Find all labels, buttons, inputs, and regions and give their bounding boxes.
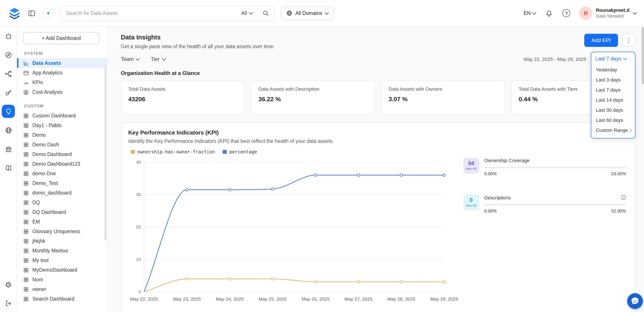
sidebar-scrollbar[interactable] — [104, 65, 106, 241]
sidebar-item-label: Day1 - Pablo — [32, 123, 62, 128]
rail-item-home[interactable] — [2, 29, 15, 43]
chat-support-fab[interactable] — [627, 293, 643, 309]
glance-card-value: 3.07 % — [389, 96, 498, 103]
ai-sparkle-icon[interactable] — [42, 7, 54, 19]
range-option-label: Last 60 days — [596, 115, 623, 125]
avatar[interactable]: R — [579, 7, 592, 20]
rail-item-insights[interactable] — [2, 105, 15, 118]
rail-item-access[interactable] — [2, 86, 15, 99]
sidebar-item-search-dashboard[interactable]: Search Dashboard — [17, 294, 107, 304]
legend-label: ownership-has-owner-fraction — [138, 149, 215, 154]
dashboard-grid-icon — [23, 132, 29, 138]
sidebar-item-demo-dash[interactable]: Demo Dash — [17, 140, 107, 149]
sidebar-item-monthly-meetuo[interactable]: Monthly Meetuo — [17, 246, 107, 255]
kpi-title: Key Performance Indicators (KPI) — [128, 129, 628, 136]
team-filter[interactable]: Team — [121, 56, 140, 62]
legend-item-ownership-has-owner-fraction[interactable]: ownership-has-owner-fraction — [131, 149, 215, 154]
kpi-subtitle: Identify the Key Performance Indicators … — [128, 138, 628, 144]
domains-select[interactable]: All Domains — [281, 6, 334, 20]
dashboard-grid-icon — [23, 122, 29, 128]
divider — [257, 10, 257, 17]
add-dashboard-button[interactable]: + Add Dashboard — [23, 32, 99, 44]
rail-item-glossary[interactable] — [2, 161, 15, 174]
range-option-last-14-days[interactable]: Last 14 days — [591, 95, 635, 105]
sidebar-item-my-test[interactable]: My test — [17, 255, 107, 265]
sidebar-item-nom[interactable]: Nom — [17, 275, 107, 284]
sidebar-item-em[interactable]: EM — [17, 217, 107, 227]
sidebar-item-demo-dashboard123[interactable]: Demo Dashboard123 — [17, 159, 107, 169]
glance-card-data-assets-with-description: Data Assets with Description36.22 % — [251, 81, 375, 115]
svg-text:May 29, 2025: May 29, 2025 — [430, 296, 458, 301]
sidebar-item-dq[interactable]: DQ — [17, 198, 107, 207]
rail-item-explore[interactable] — [2, 48, 15, 61]
glance-card-value: 43206 — [128, 96, 238, 103]
rail-item-governance[interactable] — [2, 142, 15, 155]
range-option-last-30-days[interactable]: Last 30 days — [591, 105, 635, 115]
svg-text:May 24, 2025: May 24, 2025 — [216, 296, 244, 301]
range-option-yesterday[interactable]: Yesterday — [591, 65, 635, 75]
rail-item-lineage[interactable] — [2, 67, 15, 80]
sidebar-item-mydemodashboard[interactable]: MyDemoDashboard — [17, 265, 107, 275]
help-icon[interactable]: ? — [562, 9, 570, 17]
sidebar-item-domo-dashboard[interactable]: domo_dashboard — [17, 188, 107, 198]
sidebar-item-kpis[interactable]: KPIs — [17, 78, 107, 87]
sidebar-item-demo-one[interactable]: demo One — [17, 169, 107, 178]
info-icon[interactable] — [620, 195, 626, 200]
legend-swatch — [131, 150, 135, 153]
dashboard-grid-icon — [23, 248, 29, 253]
sidebar-item-data-assets[interactable]: Data Assets — [17, 58, 107, 68]
search-input[interactable] — [65, 10, 241, 16]
dashboard-grid-icon — [23, 267, 29, 273]
dashboard-grid-icon — [23, 229, 29, 234]
range-option-last-3-days[interactable]: Last 3 days — [591, 75, 635, 85]
days-left-badge: 0 days left — [463, 195, 479, 210]
sidebar-item-label: Data Assets — [32, 61, 61, 66]
page-scrollbar[interactable] — [641, 27, 644, 84]
more-options-kebab-icon[interactable]: ⋮ — [622, 34, 635, 47]
range-selector-trigger[interactable]: Last 7 days — [591, 52, 635, 65]
search-scope-select[interactable]: All — [241, 11, 252, 16]
sidebar-item-dq-dashboard[interactable]: DQ Dashboard — [17, 207, 107, 217]
settings-gear-icon[interactable]: ⚙ — [2, 278, 15, 291]
legend-swatch — [223, 150, 227, 153]
sidebar-item-app-analytics[interactable]: App Analytics — [17, 68, 107, 78]
search-icon[interactable] — [262, 9, 270, 17]
range-option-last-7-days[interactable]: Last 7 days — [591, 85, 635, 95]
sidebar-item-demo-test[interactable]: Demo_Test — [17, 178, 107, 188]
app-logo-icon[interactable] — [8, 7, 21, 20]
glance-card-label: Data Assets with Description — [258, 86, 368, 92]
custom-section-header: CUSTOM — [17, 103, 107, 108]
explore-icon — [4, 51, 12, 59]
days-left-value: 94 — [468, 161, 474, 167]
tier-filter[interactable]: Tier — [151, 56, 165, 62]
sidebar-toggle-icon[interactable] — [27, 9, 36, 18]
legend-item-percentage[interactable]: percentage — [223, 149, 257, 154]
user-menu[interactable]: R Rounakpreet.d Data Steward — [579, 7, 636, 20]
svg-text:May 23, 2025: May 23, 2025 — [173, 296, 201, 301]
sidebar-item-day1-pablo[interactable]: Day1 - Pablo — [17, 120, 107, 130]
language-select[interactable]: EN — [524, 11, 536, 16]
rail-item-domains[interactable] — [2, 124, 15, 137]
range-option-custom-range[interactable]: Custom Range — [591, 125, 635, 135]
sidebar-item-jhkjhk[interactable]: jhkjhk — [17, 236, 107, 246]
global-search[interactable]: All — [60, 5, 275, 21]
sidebar-item-label: Demo Dashboard123 — [32, 161, 80, 167]
sidebar-item-cost-analysis[interactable]: Cost Analysis — [17, 87, 107, 97]
notifications-bell-icon[interactable] — [545, 9, 554, 18]
stat-end-pct: 52.00% — [611, 209, 626, 213]
glance-title: Organization Health at a Glance — [121, 70, 635, 76]
sidebar-item-demo[interactable]: Demo — [17, 130, 107, 140]
svg-text:May 28, 2025: May 28, 2025 — [387, 296, 415, 301]
range-option-last-60-days[interactable]: Last 60 days — [591, 115, 635, 125]
sidebar-item-owner[interactable]: owner — [17, 284, 107, 294]
logout-icon[interactable] — [2, 297, 15, 310]
topbar: All All Domains EN ? R Rounakpreet.d Dat — [0, 0, 644, 27]
sidebar-item-demo-dashboard[interactable]: Demo Dashboard — [17, 149, 107, 159]
add-kpi-button[interactable]: Add KPI — [584, 34, 618, 47]
sidebar-item-label: Demo_Test — [32, 181, 58, 186]
user-name: Rounakpreet.d — [596, 7, 630, 13]
dashboard-grid-icon — [23, 190, 29, 196]
svg-text:May 26, 2025: May 26, 2025 — [302, 296, 329, 301]
sidebar-item-custom-dashboard[interactable]: Custom Dashboard — [17, 111, 107, 120]
sidebar-item-glossary-uniqueness[interactable]: Glossary Uniqueness — [17, 227, 107, 236]
